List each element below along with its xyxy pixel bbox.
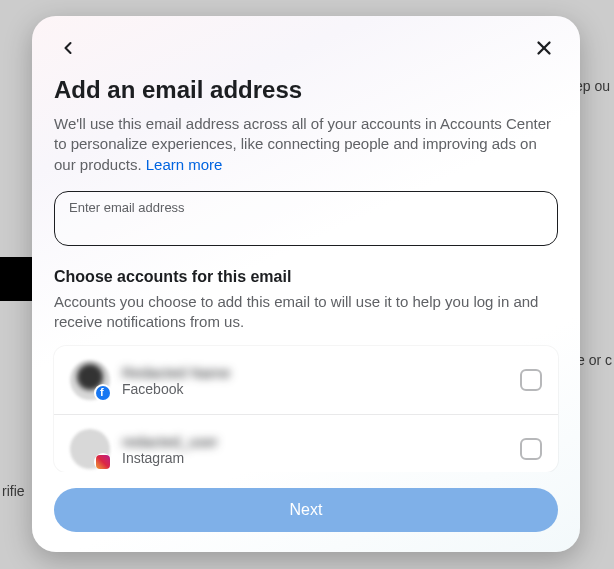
facebook-icon (94, 384, 112, 402)
account-info: Redacted Name Facebook (122, 364, 508, 397)
account-platform-label: Instagram (122, 450, 508, 466)
account-row-instagram[interactable]: redacted_user Instagram (54, 415, 558, 472)
choose-accounts-title: Choose accounts for this email (54, 268, 558, 286)
close-button[interactable] (530, 34, 558, 62)
subtitle-text: We'll use this email address across all … (54, 115, 551, 173)
account-name: Redacted Name (122, 364, 508, 381)
modal-header (32, 16, 580, 70)
add-email-modal: Add an email address We'll use this emai… (32, 16, 580, 552)
account-info: redacted_user Instagram (122, 433, 508, 466)
avatar (70, 360, 110, 400)
instagram-icon (94, 453, 112, 471)
account-checkbox[interactable] (520, 438, 542, 460)
choose-accounts-subtitle: Accounts you choose to add this email to… (54, 292, 558, 333)
learn-more-link[interactable]: Learn more (146, 156, 223, 173)
avatar (70, 429, 110, 469)
account-checkbox[interactable] (520, 369, 542, 391)
close-icon (533, 37, 555, 59)
modal-subtitle: We'll use this email address across all … (54, 114, 558, 175)
modal-footer: Next (32, 472, 580, 552)
modal-body: Add an email address We'll use this emai… (32, 70, 580, 472)
chevron-left-icon (58, 38, 78, 58)
accounts-list: Redacted Name Facebook redacted_user Ins… (54, 346, 558, 472)
account-row-facebook[interactable]: Redacted Name Facebook (54, 346, 558, 415)
modal-title: Add an email address (54, 76, 558, 104)
next-button[interactable]: Next (54, 488, 558, 532)
account-platform-label: Facebook (122, 381, 508, 397)
email-input-label: Enter email address (69, 200, 543, 215)
back-button[interactable] (54, 34, 82, 62)
email-input-container[interactable]: Enter email address (54, 191, 558, 246)
account-name: redacted_user (122, 433, 508, 450)
email-input[interactable] (69, 215, 543, 235)
